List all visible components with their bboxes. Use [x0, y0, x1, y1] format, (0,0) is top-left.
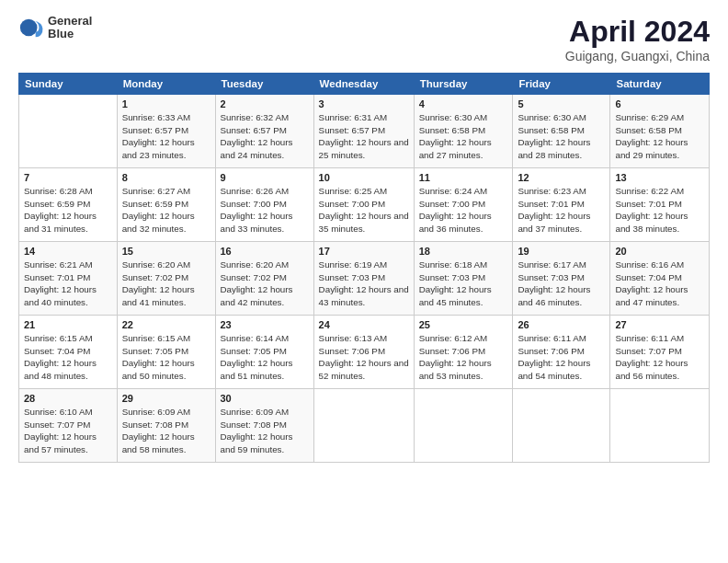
calendar-cell [19, 95, 118, 168]
day-info: Sunrise: 6:16 AM Sunset: 7:04 PM Dayligh… [615, 259, 704, 309]
header-sunday: Sunday [19, 74, 118, 95]
day-info: Sunrise: 6:15 AM Sunset: 7:05 PM Dayligh… [122, 332, 210, 383]
calendar-cell: 21Sunrise: 6:15 AM Sunset: 7:04 PM Dayli… [19, 316, 118, 389]
day-number: 3 [319, 98, 409, 109]
calendar-cell: 1Sunrise: 6:33 AM Sunset: 6:57 PM Daylig… [117, 95, 215, 168]
day-info: Sunrise: 6:17 AM Sunset: 7:03 PM Dayligh… [518, 259, 605, 309]
calendar-cell: 9Sunrise: 6:26 AM Sunset: 7:00 PM Daylig… [215, 168, 313, 242]
day-number: 29 [122, 393, 210, 404]
day-info: Sunrise: 6:30 AM Sunset: 6:58 PM Dayligh… [518, 111, 605, 162]
day-number: 16 [221, 246, 309, 257]
day-info: Sunrise: 6:23 AM Sunset: 7:01 PM Dayligh… [518, 185, 605, 236]
calendar-cell [513, 389, 610, 463]
day-number: 5 [518, 98, 605, 109]
svg-point-0 [20, 19, 38, 37]
calendar-cell: 30Sunrise: 6:09 AM Sunset: 7:08 PM Dayli… [215, 389, 313, 463]
day-number: 11 [419, 172, 508, 183]
header-thursday: Thursday [414, 74, 513, 95]
day-info: Sunrise: 6:20 AM Sunset: 7:02 PM Dayligh… [122, 259, 210, 309]
day-number: 26 [518, 319, 605, 330]
day-number: 23 [221, 319, 309, 330]
day-number: 8 [122, 172, 210, 183]
calendar-cell [313, 389, 414, 463]
day-info: Sunrise: 6:25 AM Sunset: 7:00 PM Dayligh… [319, 185, 409, 236]
calendar-week-4: 21Sunrise: 6:15 AM Sunset: 7:04 PM Dayli… [19, 316, 710, 389]
day-info: Sunrise: 6:27 AM Sunset: 6:59 PM Dayligh… [122, 185, 210, 236]
day-info: Sunrise: 6:12 AM Sunset: 7:06 PM Dayligh… [419, 332, 508, 383]
header-friday: Friday [513, 74, 610, 95]
calendar-cell: 24Sunrise: 6:13 AM Sunset: 7:06 PM Dayli… [313, 316, 414, 389]
page: General Blue April 2024 Guigang, Guangxi… [0, 0, 728, 563]
calendar-cell: 6Sunrise: 6:29 AM Sunset: 6:58 PM Daylig… [610, 95, 710, 168]
calendar-cell: 8Sunrise: 6:27 AM Sunset: 6:59 PM Daylig… [117, 168, 215, 242]
calendar-week-5: 28Sunrise: 6:10 AM Sunset: 7:07 PM Dayli… [19, 389, 710, 463]
calendar-cell: 28Sunrise: 6:10 AM Sunset: 7:07 PM Dayli… [19, 389, 118, 463]
day-info: Sunrise: 6:26 AM Sunset: 7:00 PM Dayligh… [221, 185, 309, 236]
header-tuesday: Tuesday [215, 74, 313, 95]
calendar-cell: 13Sunrise: 6:22 AM Sunset: 7:01 PM Dayli… [610, 168, 710, 242]
calendar-table: SundayMondayTuesdayWednesdayThursdayFrid… [18, 73, 710, 463]
day-info: Sunrise: 6:22 AM Sunset: 7:01 PM Dayligh… [615, 185, 704, 236]
calendar-cell: 18Sunrise: 6:18 AM Sunset: 7:03 PM Dayli… [414, 242, 513, 316]
calendar-cell: 16Sunrise: 6:20 AM Sunset: 7:02 PM Dayli… [215, 242, 313, 316]
calendar-cell [610, 389, 710, 463]
day-number: 24 [319, 319, 409, 330]
day-info: Sunrise: 6:31 AM Sunset: 6:57 PM Dayligh… [319, 111, 409, 162]
day-number: 7 [24, 172, 112, 183]
day-number: 28 [24, 393, 112, 404]
logo-line1: General [48, 15, 92, 28]
calendar-cell: 2Sunrise: 6:32 AM Sunset: 6:57 PM Daylig… [215, 95, 313, 168]
day-number: 1 [122, 98, 210, 109]
calendar-cell: 26Sunrise: 6:11 AM Sunset: 7:06 PM Dayli… [513, 316, 610, 389]
day-info: Sunrise: 6:24 AM Sunset: 7:00 PM Dayligh… [419, 185, 508, 236]
calendar-header-row: SundayMondayTuesdayWednesdayThursdayFrid… [19, 74, 710, 95]
day-number: 20 [615, 246, 704, 257]
calendar-cell: 7Sunrise: 6:28 AM Sunset: 6:59 PM Daylig… [19, 168, 118, 242]
day-info: Sunrise: 6:09 AM Sunset: 7:08 PM Dayligh… [221, 406, 309, 456]
day-info: Sunrise: 6:20 AM Sunset: 7:02 PM Dayligh… [221, 259, 309, 309]
day-number: 27 [615, 319, 704, 330]
day-number: 4 [419, 98, 508, 109]
calendar-cell: 14Sunrise: 6:21 AM Sunset: 7:01 PM Dayli… [19, 242, 118, 316]
calendar-cell: 3Sunrise: 6:31 AM Sunset: 6:57 PM Daylig… [313, 95, 414, 168]
calendar-cell: 23Sunrise: 6:14 AM Sunset: 7:05 PM Dayli… [215, 316, 313, 389]
day-number: 19 [518, 246, 605, 257]
header-saturday: Saturday [610, 74, 710, 95]
day-info: Sunrise: 6:13 AM Sunset: 7:06 PM Dayligh… [319, 332, 409, 383]
day-info: Sunrise: 6:32 AM Sunset: 6:57 PM Dayligh… [221, 111, 309, 162]
calendar-week-3: 14Sunrise: 6:21 AM Sunset: 7:01 PM Dayli… [19, 242, 710, 316]
month-title: April 2024 [565, 15, 710, 49]
day-number: 30 [221, 393, 309, 404]
calendar-cell: 22Sunrise: 6:15 AM Sunset: 7:05 PM Dayli… [117, 316, 215, 389]
day-info: Sunrise: 6:14 AM Sunset: 7:05 PM Dayligh… [221, 332, 309, 383]
logo-text: General Blue [48, 15, 92, 41]
day-number: 18 [419, 246, 508, 257]
day-info: Sunrise: 6:21 AM Sunset: 7:01 PM Dayligh… [24, 259, 112, 309]
day-number: 2 [221, 98, 309, 109]
day-number: 17 [319, 246, 409, 257]
logo-line2: Blue [48, 28, 92, 40]
calendar-cell [414, 389, 513, 463]
calendar-cell: 5Sunrise: 6:30 AM Sunset: 6:58 PM Daylig… [513, 95, 610, 168]
calendar-cell: 11Sunrise: 6:24 AM Sunset: 7:00 PM Dayli… [414, 168, 513, 242]
calendar-cell: 10Sunrise: 6:25 AM Sunset: 7:00 PM Dayli… [313, 168, 414, 242]
day-info: Sunrise: 6:15 AM Sunset: 7:04 PM Dayligh… [24, 332, 112, 383]
day-number: 9 [221, 172, 309, 183]
calendar-week-2: 7Sunrise: 6:28 AM Sunset: 6:59 PM Daylig… [19, 168, 710, 242]
day-info: Sunrise: 6:28 AM Sunset: 6:59 PM Dayligh… [24, 185, 112, 236]
location: Guigang, Guangxi, China [565, 49, 710, 63]
day-info: Sunrise: 6:33 AM Sunset: 6:57 PM Dayligh… [122, 111, 210, 162]
calendar-cell: 15Sunrise: 6:20 AM Sunset: 7:02 PM Dayli… [117, 242, 215, 316]
day-info: Sunrise: 6:18 AM Sunset: 7:03 PM Dayligh… [419, 259, 508, 309]
calendar-cell: 17Sunrise: 6:19 AM Sunset: 7:03 PM Dayli… [313, 242, 414, 316]
calendar-cell: 20Sunrise: 6:16 AM Sunset: 7:04 PM Dayli… [610, 242, 710, 316]
day-info: Sunrise: 6:10 AM Sunset: 7:07 PM Dayligh… [24, 406, 112, 456]
calendar-cell: 27Sunrise: 6:11 AM Sunset: 7:07 PM Dayli… [610, 316, 710, 389]
day-number: 22 [122, 319, 210, 330]
day-info: Sunrise: 6:09 AM Sunset: 7:08 PM Dayligh… [122, 406, 210, 456]
day-number: 10 [319, 172, 409, 183]
header-monday: Monday [117, 74, 215, 95]
day-info: Sunrise: 6:11 AM Sunset: 7:07 PM Dayligh… [615, 332, 704, 383]
day-number: 21 [24, 319, 112, 330]
calendar-cell: 12Sunrise: 6:23 AM Sunset: 7:01 PM Dayli… [513, 168, 610, 242]
